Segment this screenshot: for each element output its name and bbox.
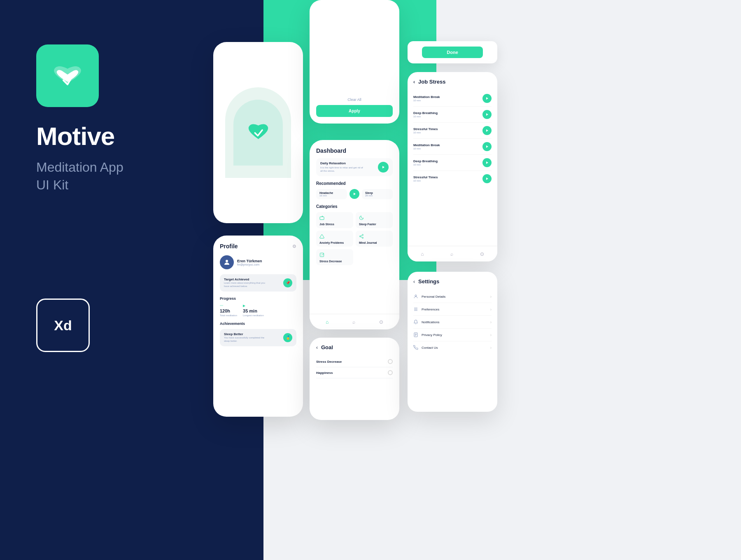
goal-item-stress[interactable]: Stress Decrease	[316, 356, 393, 367]
stress-item-5-title: Stressful Times	[413, 175, 482, 179]
play-daily-icon	[382, 166, 384, 168]
svg-point-0	[226, 260, 228, 262]
stress-item-5: Stressful Times 10 min	[413, 171, 492, 187]
apply-button[interactable]: Apply	[316, 105, 393, 117]
gear-icon[interactable]: ⚙	[292, 244, 296, 249]
splash-logo	[247, 122, 270, 143]
clear-all-label[interactable]: Clear All	[316, 98, 393, 102]
logo-icon	[51, 61, 84, 91]
rec1-time: 16 min	[319, 194, 344, 197]
achievement-info: Sleep Better You have successfully compl…	[224, 332, 269, 343]
dashboard-bottom-nav: ⌂ ⌕ ⊙	[310, 314, 399, 329]
rec-sleep-card[interactable]: Sleep 28 min	[362, 189, 393, 199]
cat-stress-decrease[interactable]: Stress Decrease	[316, 249, 353, 265]
settings-item-contact[interactable]: Contact Us ›	[413, 341, 492, 354]
stress-play-3[interactable]	[482, 142, 492, 151]
stress-play-0[interactable]	[482, 94, 492, 103]
user-email: fin@procyuc.com	[237, 263, 262, 266]
stress-back-button[interactable]: ‹	[413, 79, 415, 85]
cat-job-stress[interactable]: Job Stress	[316, 212, 353, 228]
play-icon-4	[486, 161, 488, 164]
settings-item-notifications[interactable]: Notifications ›	[413, 316, 492, 329]
achievement-icon: 🏅	[283, 333, 292, 342]
settings-contact-left: Contact Us	[413, 345, 438, 350]
goal-radio-happiness[interactable]	[388, 370, 393, 375]
cat2-label: Sleep Faster	[359, 223, 389, 226]
contact-chevron-icon: ›	[490, 345, 492, 350]
user-info: Eren Türkmen fin@procyuc.com	[237, 259, 262, 266]
achievement-box: Sleep Better You have successfully compl…	[220, 329, 296, 346]
play-icon-0	[486, 97, 488, 100]
rec-arrow-icon	[354, 193, 356, 195]
stress-item-2-time: 10 min	[413, 131, 482, 134]
stress-item-4-time: 10 min	[413, 163, 482, 166]
settings-item-preferences[interactable]: Preferences ›	[413, 303, 492, 316]
phone-icon	[413, 345, 418, 350]
goal-item-happiness[interactable]: Happiness	[316, 367, 393, 378]
profile-nav-icon[interactable]: ⊙	[379, 319, 383, 325]
play-icon-2	[486, 129, 488, 132]
stress-profile-icon[interactable]: ⊙	[480, 251, 484, 257]
stress-play-2[interactable]	[482, 126, 492, 135]
rec-arrow-button[interactable]	[350, 189, 359, 199]
checkbox-icon	[319, 252, 350, 259]
settings-personal-label: Personal Details	[422, 295, 445, 299]
settings-header: ‹ Settings	[413, 278, 492, 285]
goal-back-button[interactable]: ‹	[316, 345, 318, 350]
privacy-chevron-icon: ›	[490, 333, 492, 337]
stress-play-4[interactable]	[482, 158, 492, 167]
done-panel: Done	[408, 41, 497, 63]
stress-title: Job Stress	[418, 79, 445, 85]
xd-label: Xd	[54, 317, 72, 334]
settings-title: Settings	[418, 278, 439, 285]
goal-header: ‹ Goal	[316, 344, 393, 350]
stress-play-5[interactable]	[482, 174, 492, 183]
recommended-label: Recommended	[316, 181, 393, 186]
goal-stress-label: Stress Decrease	[316, 360, 342, 364]
stress-home-icon[interactable]: ⌂	[421, 251, 424, 257]
settings-item-personal[interactable]: Personal Details ›	[413, 290, 492, 303]
play-daily-button[interactable]	[378, 162, 389, 173]
achievements-label: Achievements	[220, 322, 296, 326]
done-button[interactable]: Done	[422, 47, 483, 58]
achievement-title: Sleep Better	[224, 332, 269, 336]
goal-happiness-label: Happiness	[316, 371, 333, 375]
phone-splash	[213, 42, 303, 223]
settings-notif-label: Notifications	[422, 320, 440, 324]
stress-search-icon[interactable]: ⌕	[450, 251, 453, 257]
goal-radio-stress[interactable]	[388, 359, 393, 364]
settings-back-button[interactable]: ‹	[413, 279, 415, 285]
target-info: Target Achieved Learn more about everyth…	[224, 278, 265, 288]
search-nav-icon[interactable]: ⌕	[352, 319, 355, 325]
filter-panel: Clear All Apply	[310, 0, 399, 124]
rec-headache-card[interactable]: Headache 16 min	[316, 189, 347, 199]
progress-total: 〰 120h Total meditation	[220, 304, 237, 317]
settings-personal-left: Personal Details	[413, 294, 445, 299]
categories-label: Categories	[316, 204, 393, 209]
daily-title: Daily Relaxation	[320, 161, 366, 165]
stress-item-2: Stressful Times 10 min	[413, 123, 492, 139]
progress-longest: ▶ 35 min Longest meditation	[243, 304, 264, 317]
daily-desc: It is the right time to relax and get ri…	[320, 166, 366, 173]
alert-icon	[319, 233, 350, 240]
cat-sleep-faster[interactable]: Sleep Faster	[356, 212, 393, 228]
target-icon: 📌	[283, 278, 292, 287]
cat-mind-journal[interactable]: Mind Journal	[356, 231, 393, 247]
sliders-icon	[413, 307, 418, 312]
goal-title: Goal	[321, 344, 333, 350]
progress-row: 〰 120h Total meditation ▶ 35 min Longest…	[220, 304, 296, 317]
play-icon-3	[486, 145, 488, 148]
target-desc: Learn more about everything that you hav…	[224, 281, 265, 288]
pref-chevron-icon: ›	[490, 307, 492, 312]
app-logo	[36, 44, 99, 107]
bell-icon	[413, 320, 418, 324]
svg-point-8	[415, 295, 417, 296]
settings-panel: ‹ Settings Personal Details › Preference…	[408, 272, 497, 412]
cat-anxiety[interactable]: Anxiety Problems	[316, 231, 353, 247]
home-nav-icon[interactable]: ⌂	[326, 319, 329, 325]
user-name: Eren Türkmen	[237, 259, 262, 263]
stress-play-1[interactable]	[482, 110, 492, 119]
settings-item-privacy[interactable]: Privacy Policy ›	[413, 329, 492, 341]
brand-subtitle: Meditation App UI Kit	[36, 159, 124, 194]
stress-item-3-time: 10 min	[413, 147, 482, 150]
